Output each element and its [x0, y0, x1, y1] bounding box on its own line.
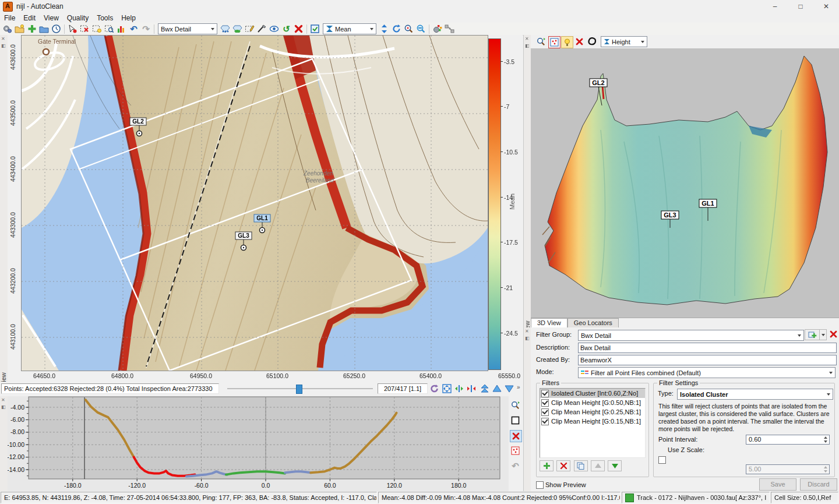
page-first-icon[interactable]: [479, 383, 490, 394]
selection-edit-icon[interactable]: [244, 23, 256, 34]
view3d-lighting-icon[interactable]: [561, 36, 573, 48]
new-filter-group-button[interactable]: [805, 329, 820, 340]
points-summary: Points: Accepted:6328 Rejected:28 (0.4%)…: [1, 383, 219, 394]
chart-map-canvas[interactable]: Gate Terminal Zeehonden Beereiland GL2 G…: [21, 35, 488, 371]
settings-icon[interactable]: [1, 23, 13, 34]
chart-dock-pin-icon[interactable]: ◧: [1, 44, 6, 48]
slice-zoom-extents-icon[interactable]: [510, 400, 521, 411]
chart-dock-close-icon[interactable]: ✕: [1, 37, 5, 41]
menu-view[interactable]: View: [40, 13, 63, 23]
filter-item-checkbox[interactable]: [541, 418, 549, 425]
pointer-select-icon[interactable]: [66, 23, 79, 34]
recent-clock-icon[interactable]: [50, 23, 62, 34]
view3d-canvas[interactable]: GL2 GL1 GL3: [531, 48, 839, 318]
minimize-button[interactable]: –: [762, 0, 788, 13]
filter-settings-icon[interactable]: [431, 23, 443, 34]
filters-list[interactable]: Isolated Cluster [Int:0.60,Z:No]Clip Mea…: [540, 388, 646, 458]
filter-list-item[interactable]: Clip Mean Height [G:0.50,NB:1]: [540, 398, 645, 407]
undo-icon[interactable]: ↶: [128, 23, 140, 34]
menu-edit[interactable]: Edit: [19, 13, 40, 23]
point-interval-spinner[interactable]: 0.60: [746, 435, 830, 445]
page-up-icon[interactable]: [491, 383, 502, 394]
chart-view-panel: 443600.0443500.0443400.0443300.0443200.0…: [8, 35, 523, 382]
view3d-clear-selection-icon[interactable]: [574, 36, 585, 47]
selection-zoom-icon[interactable]: [103, 23, 115, 34]
fit-view-icon[interactable]: [441, 383, 452, 394]
filter-group-toolbar-dropdown[interactable]: Bwx Detail: [158, 23, 217, 34]
description-field[interactable]: Bwx Detail: [578, 343, 837, 353]
filter-dock-close-icon[interactable]: ✕: [525, 329, 529, 334]
menu-quality[interactable]: Quality: [63, 13, 93, 23]
show-preview-checkbox[interactable]: [536, 481, 544, 489]
zoom-text-icon[interactable]: [415, 23, 427, 34]
slice-y-tick-label: -10.00: [8, 441, 24, 448]
new-filter-group-caret[interactable]: [819, 329, 827, 340]
add-filter-button[interactable]: [540, 460, 554, 471]
expand-horizontal-icon[interactable]: [453, 383, 464, 394]
view3d-height-dropdown[interactable]: Height: [601, 36, 647, 47]
node-link-icon[interactable]: [443, 23, 456, 34]
point-interval-arrows[interactable]: [822, 436, 829, 443]
use-z-scale-checkbox[interactable]: [658, 456, 666, 464]
menu-tools[interactable]: Tools: [93, 13, 117, 23]
overflow-icon[interactable]: »: [517, 384, 520, 390]
menu-file[interactable]: File: [0, 13, 19, 23]
filter-item-checkbox[interactable]: [541, 390, 549, 397]
copy-filter-button[interactable]: [574, 460, 588, 471]
move-down-button[interactable]: [608, 460, 622, 471]
view3d-dock-pin-icon[interactable]: ◧: [525, 44, 530, 48]
filter-dock-pin-icon[interactable]: ◧: [525, 336, 530, 341]
refresh-icon[interactable]: [390, 23, 403, 34]
filter-list-item[interactable]: Clip Mean Height [G:0.25,NB:1]: [540, 407, 645, 417]
slice-reject-points-icon[interactable]: [510, 430, 522, 442]
delete-filter-group-button[interactable]: [829, 330, 838, 340]
gem-filter-green-icon[interactable]: [231, 23, 244, 34]
close-button[interactable]: ✕: [813, 0, 839, 13]
rotate-view-icon[interactable]: [429, 383, 440, 394]
filter-list-item[interactable]: Clip Mean Height [G:0.15,NB:1]: [540, 417, 645, 426]
swap-vertical-icon[interactable]: [378, 23, 390, 34]
save-button[interactable]: Save: [759, 478, 796, 491]
add-icon[interactable]: [26, 23, 38, 34]
slice-undo-icon[interactable]: ↶: [510, 460, 521, 471]
filter-item-checkbox[interactable]: [541, 408, 549, 416]
slice-accept-points-icon[interactable]: [510, 445, 521, 456]
slice-dock-pin-icon[interactable]: ◧: [1, 405, 6, 410]
created-by-field[interactable]: BeamworX: [578, 355, 837, 365]
filter-group-dropdown[interactable]: Bwx Detail: [578, 330, 804, 341]
view3d-points-display-icon[interactable]: [548, 36, 560, 48]
matrix-view-icon[interactable]: [309, 23, 321, 34]
new-project-icon[interactable]: [13, 23, 26, 34]
type-dropdown[interactable]: Isolated Cluster: [677, 389, 833, 400]
view3d-polygon-select-icon[interactable]: [587, 36, 598, 47]
slice-box-select-icon[interactable]: [510, 415, 521, 426]
delete-cross-icon[interactable]: [292, 23, 305, 34]
slice-view-panel[interactable]: -4.00-6.00-8.00-10.00-12.00-14.00-180.0-…: [8, 396, 509, 491]
discard-button[interactable]: Discard: [800, 478, 837, 491]
delete-filter-button[interactable]: [556, 460, 570, 471]
zoom-points-icon[interactable]: [403, 23, 415, 34]
gem-filter-blue-icon[interactable]: [219, 23, 231, 34]
selection-reject-icon[interactable]: [79, 23, 91, 34]
open-icon[interactable]: [38, 23, 50, 34]
move-up-button[interactable]: [591, 460, 605, 471]
slider-handle[interactable]: [296, 385, 302, 394]
filter-list-item[interactable]: Isolated Cluster [Int:0.60,Z:No]: [540, 389, 645, 398]
page-down-icon[interactable]: [503, 383, 514, 394]
histogram-icon[interactable]: [115, 23, 128, 34]
brush-filter-icon[interactable]: [256, 23, 268, 34]
maximize-button[interactable]: □: [788, 0, 813, 13]
stat-layer-dropdown[interactable]: Mean: [323, 23, 376, 34]
filter-item-checkbox[interactable]: [541, 399, 549, 407]
slice-dock-close-icon[interactable]: ✕: [1, 398, 5, 403]
slice-position-slider[interactable]: [227, 383, 373, 394]
revert-icon[interactable]: ↺: [280, 23, 292, 34]
view3d-zoom-extents-icon[interactable]: [535, 36, 547, 47]
mode-dropdown[interactable]: Filter all Point Files combined (Default…: [578, 367, 836, 378]
menu-help[interactable]: Help: [117, 13, 140, 23]
selection-new-icon[interactable]: [91, 23, 103, 34]
shrink-horizontal-icon[interactable]: [466, 383, 477, 394]
redo-icon[interactable]: ↷: [140, 23, 152, 34]
view3d-dock-close-icon[interactable]: ✕: [525, 37, 529, 41]
eye-preview-icon[interactable]: [268, 23, 280, 34]
